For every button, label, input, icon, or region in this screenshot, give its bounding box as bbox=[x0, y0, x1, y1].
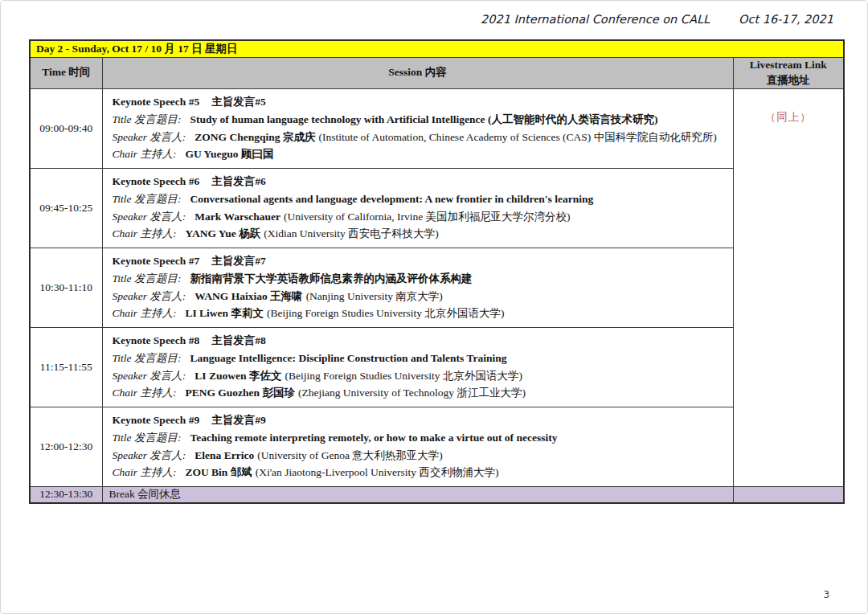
session-cell: Keynote Speech #7主旨发言#7 Title 发言题目:新指南背景… bbox=[102, 248, 733, 327]
keynote-heading: Keynote Speech #9主旨发言#9 bbox=[113, 411, 727, 429]
break-livestream-cell bbox=[733, 486, 844, 503]
schedule-table: Day 2 - Sunday, Oct 17 / 10 月 17 日 星期日 T… bbox=[29, 39, 845, 504]
time-cell: 12:00-12:30 bbox=[30, 407, 102, 486]
keynote-heading: Keynote Speech #5主旨发言#5 bbox=[113, 93, 727, 111]
speaker-line: Speaker 发言人:LI Zuowen 李佐文(Beijing Foreig… bbox=[113, 367, 727, 385]
break-time-cell: 12:30-13:30 bbox=[30, 486, 102, 503]
session-cell: Keynote Speech #8主旨发言#8 Title 发言题目:Langu… bbox=[102, 327, 733, 407]
title-line: Title 发言题目:Language Intelligence: Discip… bbox=[113, 350, 727, 367]
time-cell: 10:30-11:10 bbox=[30, 248, 102, 327]
table-row: 12:00-12:30 Keynote Speech #9主旨发言#9 Titl… bbox=[30, 407, 844, 486]
time-cell: 11:15-11:55 bbox=[30, 327, 102, 407]
keynote-heading: Keynote Speech #8主旨发言#8 bbox=[113, 332, 727, 350]
table-row: 10:30-11:10 Keynote Speech #7主旨发言#7 Titl… bbox=[30, 248, 844, 327]
chair-line: Chair 主持人:YANG Yue 杨跃(Xidian University … bbox=[113, 225, 727, 243]
title-line: Title 发言题目:Teaching remote interpreting … bbox=[113, 429, 727, 447]
chair-line: Chair 主持人:ZOU Bin 邹斌(Xi'an Jiaotong-Live… bbox=[113, 464, 727, 481]
document-page: 2021 International Conference on CALL Oc… bbox=[0, 0, 868, 614]
time-cell: 09:00-09:40 bbox=[30, 88, 102, 168]
break-row: 12:30-13:30 Break 会间休息 bbox=[30, 486, 844, 503]
conference-dates: Oct 16-17, 2021 bbox=[739, 13, 833, 26]
column-header-row: Time 时间 Session 内容 Livestream Link 直播地址 bbox=[30, 57, 844, 88]
livestream-header-en: Livestream Link bbox=[734, 58, 844, 72]
title-line: Title 发言题目:Conversational agents and lan… bbox=[113, 190, 727, 208]
speaker-line: Speaker 发言人:Mark Warschauer(University o… bbox=[113, 208, 727, 226]
title-line: Title 发言题目:Study of human language techn… bbox=[113, 111, 727, 129]
title-line: Title 发言题目:新指南背景下大学英语教师信息素养的内涵及评价体系构建 bbox=[113, 270, 727, 288]
speaker-line: Speaker 发言人:Elena Errico(University of G… bbox=[113, 447, 727, 465]
col-header-session: Session 内容 bbox=[102, 57, 733, 88]
table-row: 09:45-10:25 Keynote Speech #6主旨发言#6 Titl… bbox=[30, 168, 844, 248]
speaker-line: Speaker 发言人:WANG Haixiao 王海啸(Nanjing Uni… bbox=[113, 288, 727, 305]
conference-title: 2021 International Conference on CALL bbox=[481, 13, 710, 26]
page-number: 3 bbox=[824, 589, 829, 600]
keynote-heading: Keynote Speech #7主旨发言#7 bbox=[113, 252, 727, 270]
chair-line: Chair 主持人:LI Liwen 李莉文(Beijing Foreign S… bbox=[113, 305, 727, 322]
day-banner-row: Day 2 - Sunday, Oct 17 / 10 月 17 日 星期日 bbox=[30, 40, 844, 57]
chair-line: Chair 主持人:PENG Guozhen 彭国珍(Zhejiang Univ… bbox=[113, 384, 727, 402]
session-cell: Keynote Speech #5主旨发言#5 Title 发言题目:Study… bbox=[102, 88, 733, 168]
break-label-cell: Break 会间休息 bbox=[102, 486, 733, 503]
table-row: 09:00-09:40 Keynote Speech #5主旨发言#5 Titl… bbox=[30, 88, 844, 168]
chair-line: Chair 主持人:GU Yueguo 顾曰国 bbox=[113, 145, 727, 163]
keynote-heading: Keynote Speech #6主旨发言#6 bbox=[113, 173, 727, 190]
day-banner: Day 2 - Sunday, Oct 17 / 10 月 17 日 星期日 bbox=[30, 40, 844, 57]
col-header-time: Time 时间 bbox=[30, 57, 102, 88]
session-cell: Keynote Speech #9主旨发言#9 Title 发言题目:Teach… bbox=[102, 407, 733, 486]
table-row: 11:15-11:55 Keynote Speech #8主旨发言#8 Titl… bbox=[30, 327, 844, 407]
document-header: 2021 International Conference on CALL Oc… bbox=[481, 13, 833, 26]
speaker-line: Speaker 发言人:ZONG Chengqing 宗成庆(Institute… bbox=[113, 129, 727, 146]
livestream-header-cn: 直播地址 bbox=[734, 73, 844, 88]
livestream-note: （同上） bbox=[734, 89, 844, 125]
col-header-livestream: Livestream Link 直播地址 bbox=[733, 57, 844, 88]
livestream-cell: （同上） bbox=[733, 88, 844, 486]
time-cell: 09:45-10:25 bbox=[30, 168, 102, 248]
session-cell: Keynote Speech #6主旨发言#6 Title 发言题目:Conve… bbox=[102, 168, 733, 248]
